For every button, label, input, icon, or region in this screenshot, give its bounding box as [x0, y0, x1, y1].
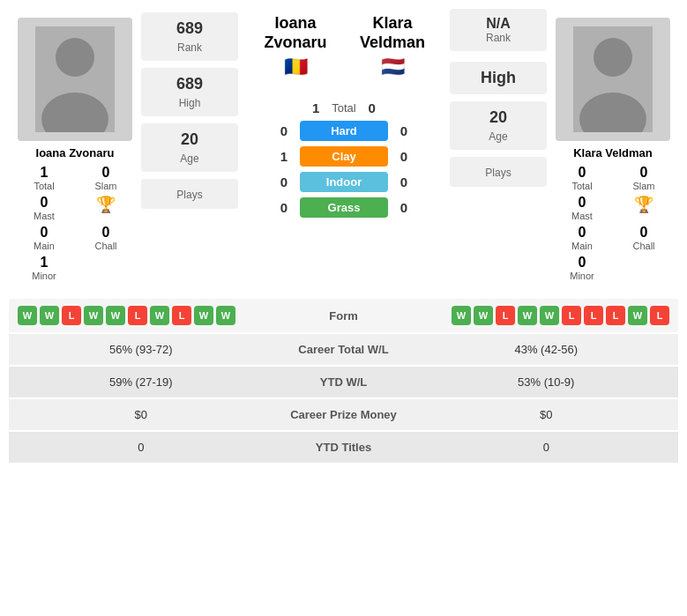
- top-section: Ioana Zvonaru 1 Total 0 Slam 0 Mast 🏆: [9, 9, 678, 290]
- stats-row: 59% (27-19) YTD W/L 53% (10-9): [9, 367, 678, 397]
- player1-total: 1 Total: [18, 165, 71, 191]
- form-badge-left: W: [40, 306, 59, 325]
- stats-center: Career Total W/L: [256, 343, 432, 356]
- form-badge-left: W: [150, 306, 169, 325]
- player1-high-box: 689 High: [141, 68, 238, 116]
- stats-right: 0: [432, 441, 661, 454]
- form-section: WWLWWLWLWW Form WWLWWLLLWL: [9, 299, 678, 332]
- grass-button[interactable]: Grass: [300, 197, 388, 218]
- hard-score-row: 0 Hard 0: [275, 121, 413, 141]
- player2-trophy-icon: 🏆: [617, 195, 670, 221]
- stats-right: $0: [432, 408, 661, 421]
- form-badge-right: W: [628, 306, 647, 325]
- player1-stats-grid: 1 Total 0 Slam 0 Mast 🏆 0 Main: [18, 165, 132, 281]
- player1-name: Ioana Zvonaru: [36, 146, 115, 160]
- stats-center: YTD Titles: [256, 441, 432, 454]
- player1-avatar: [18, 18, 132, 141]
- form-badge-right: W: [474, 306, 493, 325]
- stats-row: 0 YTD Titles 0: [9, 432, 678, 463]
- svg-point-4: [594, 38, 632, 77]
- form-label: Form: [287, 309, 401, 323]
- player2-mast: 0 Mast: [556, 195, 609, 221]
- form-badge-right: W: [518, 306, 537, 325]
- total-score-row: 1 Total 0: [307, 100, 380, 115]
- player2-avatar: [556, 18, 670, 141]
- player2-plays-box: Plays: [450, 157, 547, 187]
- form-badge-right: W: [452, 306, 471, 325]
- indoor-score-row: 0 Indoor 0: [275, 172, 413, 192]
- stats-right: 53% (10-9): [432, 375, 661, 389]
- hard-button[interactable]: Hard: [300, 121, 388, 141]
- main-container: Ioana Zvonaru 1 Total 0 Slam 0 Mast 🏆: [0, 0, 687, 473]
- player1-chall: 0 Chall: [79, 225, 132, 251]
- form-badge-right: L: [496, 306, 515, 325]
- player2-stats-grid: 0 Total 0 Slam 0 Mast 🏆 0 Main: [556, 165, 670, 281]
- form-badge-right: W: [540, 306, 559, 325]
- form-badge-left: L: [172, 306, 191, 325]
- player1-boxes: 689 Rank 689 High 20 Age Plays: [141, 9, 238, 290]
- player1-mast: 0 Mast: [18, 195, 71, 221]
- player1-trophy-icon: 🏆: [79, 195, 132, 221]
- form-badge-left: W: [106, 306, 125, 325]
- player1-plays-box: Plays: [141, 179, 238, 209]
- form-badge-right: L: [606, 306, 625, 325]
- stats-center: YTD W/L: [256, 375, 432, 389]
- form-badge-left: W: [216, 306, 235, 325]
- form-badge-left: W: [84, 306, 103, 325]
- form-badge-right: L: [562, 306, 581, 325]
- stats-row: $0 Career Prize Money $0: [9, 399, 678, 430]
- player2-main: 0 Main: [556, 225, 609, 251]
- stats-left: 0: [26, 441, 256, 454]
- player1-slam: 0 Slam: [79, 165, 132, 191]
- player2-minor: 0 Minor: [556, 255, 609, 281]
- grass-score-row: 0 Grass 0: [275, 197, 413, 218]
- stats-left: 56% (93-72): [26, 343, 256, 356]
- stats-left: 59% (27-19): [26, 375, 256, 389]
- player1-card: Ioana Zvonaru 1 Total 0 Slam 0 Mast 🏆: [9, 9, 141, 290]
- form-badge-left: W: [194, 306, 213, 325]
- player2-high-box: High: [450, 62, 547, 94]
- form-badge-right: L: [584, 306, 603, 325]
- player1-main: 0 Main: [18, 225, 71, 251]
- player2-rank-box: N/A Rank: [450, 9, 547, 51]
- form-badge-right: L: [650, 306, 669, 325]
- middle-section: Ioana Zvonaru 🇷🇴 Klara Veldman 🇳🇱 1 Tota…: [238, 9, 450, 290]
- player1-age-box: 20 Age: [141, 123, 238, 172]
- player2-slam: 0 Slam: [617, 165, 670, 191]
- form-badge-left: L: [128, 306, 147, 325]
- clay-score-row: 1 Clay 0: [275, 146, 413, 167]
- svg-point-1: [56, 38, 94, 77]
- player2-total: 0 Total: [556, 165, 609, 191]
- form-badges-right: WWLWWLLLWL: [401, 306, 670, 325]
- player1-minor: 1 Minor: [18, 255, 71, 281]
- stats-left: $0: [26, 408, 256, 421]
- clay-button[interactable]: Clay: [300, 146, 388, 167]
- player2-age-box: 20 Age: [450, 101, 547, 150]
- indoor-button[interactable]: Indoor: [300, 172, 388, 192]
- player2-name: Klara Veldman: [573, 146, 653, 160]
- center-player2: Klara Veldman 🇳🇱: [344, 9, 441, 89]
- form-badge-left: W: [18, 306, 37, 325]
- stats-right: 43% (42-56): [432, 343, 661, 356]
- player2-boxes: N/A Rank High 20 Age Plays: [450, 9, 547, 290]
- player2-chall: 0 Chall: [617, 225, 670, 251]
- stats-container: 56% (93-72) Career Total W/L 43% (42-56)…: [9, 334, 678, 463]
- player1-rank-box: 689 Rank: [141, 12, 238, 61]
- center-player1: Ioana Zvonaru 🇷🇴: [247, 9, 344, 89]
- form-badges-left: WWLWWLWLWW: [18, 306, 287, 325]
- form-badge-left: L: [62, 306, 81, 325]
- stats-row: 56% (93-72) Career Total W/L 43% (42-56): [9, 334, 678, 365]
- player2-card: Klara Veldman 0 Total 0 Slam 0 Mast 🏆: [547, 9, 679, 290]
- stats-center: Career Prize Money: [256, 408, 432, 421]
